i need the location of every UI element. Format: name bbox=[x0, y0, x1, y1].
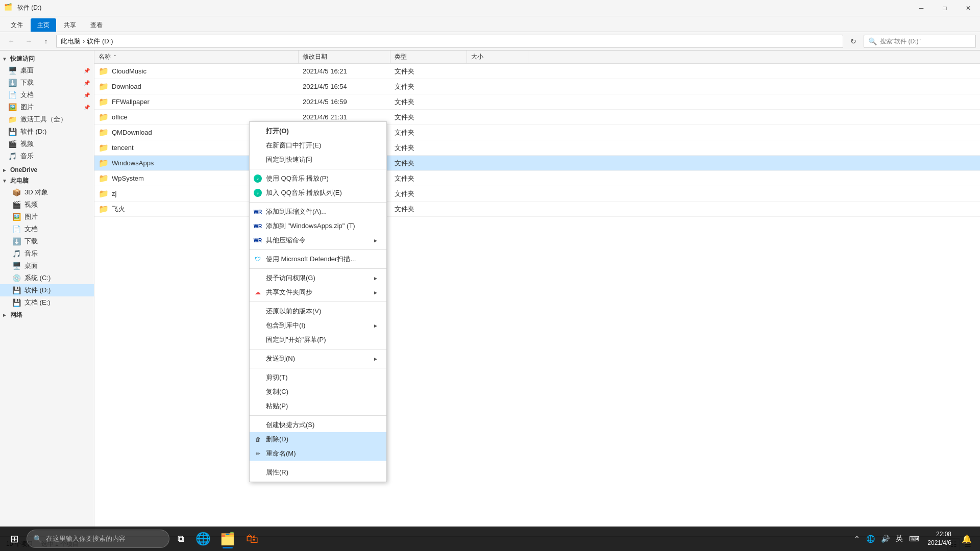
task-view-button[interactable]: ⧉ bbox=[172, 530, 190, 548]
sidebar-item-pictures2[interactable]: 🖼️ 图片 bbox=[0, 211, 94, 223]
taskbar-search[interactable]: 🔍 在这里输入你要搜索的内容 bbox=[27, 530, 169, 548]
taskbar-time[interactable]: 22:08 2021/4/6 bbox=[923, 529, 955, 548]
sidebar-item-activation-tools[interactable]: 📁 激活工具（全） bbox=[0, 113, 94, 126]
title-bar-controls: ─ □ ✕ bbox=[910, 0, 980, 16]
keyboard-icon[interactable]: ⌨ bbox=[907, 533, 921, 545]
sidebar-item-desktop2[interactable]: 🖥️ 桌面 bbox=[0, 260, 94, 272]
sidebar-item-download[interactable]: ⬇️ 下载 📌 bbox=[0, 77, 94, 89]
volume-icon[interactable]: 🔊 bbox=[879, 533, 892, 545]
documents-e-icon: 💾 bbox=[12, 298, 21, 307]
ctx-other-compress[interactable]: WR 其他压缩命令 ► bbox=[250, 233, 386, 247]
ctx-pin-start[interactable]: 固定到"开始"屏幕(P) bbox=[250, 333, 386, 347]
sidebar-quick-access-header[interactable]: ▼ 快速访问 bbox=[0, 53, 94, 64]
ctx-include-in-library[interactable]: 包含到库中(I) ► bbox=[250, 318, 386, 333]
maximize-button[interactable]: □ bbox=[933, 0, 957, 16]
ctx-share-folder-sync[interactable]: ☁ 共享文件夹同步 ► bbox=[250, 285, 386, 299]
sidebar-item-software-d2[interactable]: 💾 软件 (D:) bbox=[0, 284, 94, 296]
sidebar-item-desktop[interactable]: 🖥️ 桌面 📌 bbox=[0, 64, 94, 77]
ctx-send-to[interactable]: 发送到(N) ► bbox=[250, 352, 386, 366]
store-icon: 🛍 bbox=[246, 532, 258, 546]
ctx-restore-versions[interactable]: 还原以前的版本(V) bbox=[250, 304, 386, 318]
taskbar-search-text: 在这里输入你要搜索的内容 bbox=[46, 534, 126, 543]
chevron-up-icon[interactable]: ⌃ bbox=[852, 533, 862, 545]
sidebar-item-videos2[interactable]: 🎬 视频 bbox=[0, 198, 94, 211]
sidebar-item-documents-e[interactable]: 💾 文档 (E:) bbox=[0, 296, 94, 309]
pictures-icon: 🖼️ bbox=[8, 103, 17, 111]
sidebar-thispc-header[interactable]: ▼ 此电脑 bbox=[0, 174, 94, 186]
file-row[interactable]: 📁 office 2021/4/6 21:31 文件夹 bbox=[94, 110, 980, 125]
file-row[interactable]: 📁 飞火 2021/4/5 16:?? 文件夹 bbox=[94, 202, 980, 217]
back-button[interactable]: ← bbox=[4, 34, 18, 48]
search-box[interactable]: 🔍 bbox=[864, 35, 976, 48]
ctx-open-new-window[interactable]: 在新窗口中打开(E) bbox=[250, 138, 386, 153]
sidebar-item-music[interactable]: 🎵 音乐 bbox=[0, 150, 94, 162]
col-header-size[interactable]: 大小 bbox=[467, 51, 528, 63]
sidebar-item-3dobjects[interactable]: 📦 3D 对象 bbox=[0, 186, 94, 198]
file-row[interactable]: 📁 CloudMusic 2021/4/5 16:21 文件夹 bbox=[94, 64, 980, 79]
ctx-qqmusic-play[interactable]: ♪ 使用 QQ音乐 播放(P) bbox=[250, 171, 386, 186]
file-row[interactable]: 📁 WpSystem 2021/4/5 22:?? 文件夹 bbox=[94, 171, 980, 186]
sidebar-item-documents[interactable]: 📄 文档 📌 bbox=[0, 89, 94, 101]
ctx-cut[interactable]: 剪切(T) bbox=[250, 370, 386, 385]
ctx-rename[interactable]: ✏ 重命名(M) bbox=[250, 446, 386, 461]
tab-share[interactable]: 共享 bbox=[57, 18, 83, 32]
ctx-copy[interactable]: 复制(C) bbox=[250, 385, 386, 399]
ctx-create-shortcut[interactable]: 创建快捷方式(S) bbox=[250, 418, 386, 432]
sidebar-item-pictures[interactable]: 🖼️ 图片 📌 bbox=[0, 101, 94, 113]
tab-home[interactable]: 主页 bbox=[31, 18, 56, 32]
ctx-defender-scan[interactable]: 🛡 使用 Microsoft Defender扫描... bbox=[250, 252, 386, 266]
folder-icon: 📁 bbox=[99, 158, 109, 168]
ctx-sep8 bbox=[250, 415, 386, 416]
refresh-button[interactable]: ↻ bbox=[846, 34, 861, 48]
ctx-sep4 bbox=[250, 268, 386, 269]
notification-button[interactable]: 🔔 bbox=[958, 530, 976, 548]
breadcrumb-pc[interactable]: 此电脑 bbox=[61, 37, 81, 46]
ctx-qqmusic-queue[interactable]: ♪ 加入 QQ音乐 播放队列(E) bbox=[250, 186, 386, 200]
sidebar-item-videos[interactable]: 🎬 视频 bbox=[0, 138, 94, 150]
taskbar-file-explorer[interactable]: 🗂️ bbox=[216, 528, 239, 550]
forward-button[interactable]: → bbox=[21, 34, 36, 48]
file-list-area: 名称 ⌃ 修改日期 类型 大小 📁 CloudMusic 2021/4/5 16… bbox=[94, 51, 980, 536]
minimize-button[interactable]: ─ bbox=[910, 0, 933, 16]
ctx-delete[interactable]: 🗑 删除(D) bbox=[250, 432, 386, 446]
sidebar-item-downloads2[interactable]: ⬇️ 下载 bbox=[0, 235, 94, 247]
sidebar-item-system-c[interactable]: 💿 系统 (C:) bbox=[0, 272, 94, 284]
taskbar-store[interactable]: 🛍 bbox=[241, 528, 263, 550]
ctx-open[interactable]: 打开(O) bbox=[250, 124, 386, 138]
up-button[interactable]: ↑ bbox=[39, 34, 53, 48]
file-row[interactable]: 📁 FFWallpaper 2021/4/5 16:59 文件夹 bbox=[94, 94, 980, 110]
tab-file[interactable]: 文件 bbox=[4, 18, 30, 32]
breadcrumb-drive[interactable]: 软件 (D:) bbox=[87, 37, 113, 46]
start-button[interactable]: ⊞ bbox=[4, 529, 24, 549]
ctx-pin-quick-access[interactable]: 固定到快速访问 bbox=[250, 153, 386, 167]
lang-icon[interactable]: 英 bbox=[894, 532, 905, 545]
network-icon[interactable]: 🌐 bbox=[864, 533, 877, 545]
taskbar-edge[interactable]: 🌐 bbox=[192, 528, 214, 550]
file-row-selected[interactable]: 📁 WindowsApps 2021/4/5 16:?? 文件夹 bbox=[94, 156, 980, 171]
sidebar-item-documents2[interactable]: 📄 文档 bbox=[0, 223, 94, 235]
tab-view[interactable]: 查看 bbox=[84, 18, 109, 32]
sidebar-network-header[interactable]: ► 网络 bbox=[0, 309, 94, 320]
address-bar[interactable]: 此电脑 › 软件 (D:) bbox=[56, 35, 843, 48]
arrow-icon: ► bbox=[373, 238, 378, 243]
file-row[interactable]: 📁 zj 2021/4/5 16:?? 文件夹 bbox=[94, 186, 980, 202]
sidebar-item-music2[interactable]: 🎵 音乐 bbox=[0, 247, 94, 260]
col-header-name[interactable]: 名称 ⌃ bbox=[94, 51, 299, 63]
sidebar-onedrive-header[interactable]: ► OneDrive bbox=[0, 164, 94, 174]
documents2-icon: 📄 bbox=[12, 225, 21, 233]
ctx-properties[interactable]: 属性(R) bbox=[250, 465, 386, 480]
file-row[interactable]: 📁 QMDownload 2021/4/5 16:11 文件夹 bbox=[94, 125, 980, 140]
sidebar-onedrive-label: OneDrive bbox=[10, 166, 37, 173]
close-button[interactable]: ✕ bbox=[957, 0, 980, 16]
ctx-grant-access[interactable]: 授予访问权限(G) ► bbox=[250, 271, 386, 285]
ctx-add-to-archive[interactable]: WR 添加到压缩文件(A)... bbox=[250, 205, 386, 219]
file-row[interactable]: 📁 tencent 2021/4/5 16:20 文件夹 bbox=[94, 140, 980, 156]
col-header-date[interactable]: 修改日期 bbox=[299, 51, 390, 63]
download-icon: ⬇️ bbox=[8, 79, 17, 87]
col-header-type[interactable]: 类型 bbox=[390, 51, 467, 63]
ctx-add-to-zip[interactable]: WR 添加到 "WindowsApps.zip" (T) bbox=[250, 219, 386, 233]
sidebar-item-software-d[interactable]: 💾 软件 (D:) bbox=[0, 126, 94, 138]
file-row[interactable]: 📁 Download 2021/4/5 16:54 文件夹 bbox=[94, 79, 980, 94]
search-input[interactable] bbox=[880, 38, 971, 45]
ctx-paste[interactable]: 粘贴(P) bbox=[250, 399, 386, 413]
